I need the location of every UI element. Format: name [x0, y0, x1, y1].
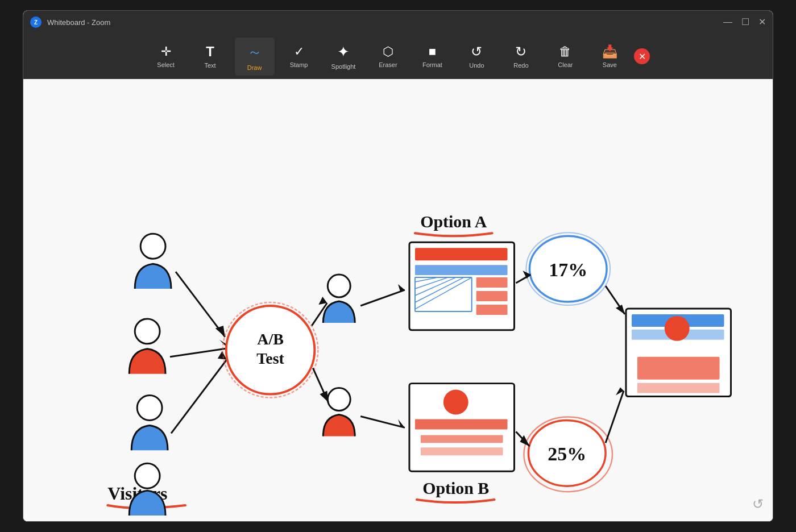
format-icon: ■ — [429, 44, 436, 59]
clear-label: Clear — [558, 61, 573, 68]
redo-icon: ↻ — [515, 44, 526, 60]
svg-rect-42 — [421, 447, 503, 455]
zoom-logo: Z — [30, 16, 42, 28]
svg-line-7 — [170, 348, 228, 357]
tool-text[interactable]: T Text — [190, 39, 230, 73]
tool-eraser[interactable]: ⬡ Eraser — [368, 40, 408, 73]
svg-point-15 — [327, 275, 350, 297]
tool-stamp[interactable]: ✓ Stamp — [279, 40, 319, 73]
stamp-icon: ✓ — [294, 44, 304, 59]
svg-rect-36 — [476, 305, 508, 315]
tool-redo[interactable]: ↻ Redo — [501, 39, 541, 73]
tool-save[interactable]: 📥 Save — [590, 40, 629, 73]
svg-text:17%: 17% — [549, 259, 587, 280]
refresh-button[interactable]: ↺ — [752, 496, 764, 512]
text-label: Text — [205, 62, 216, 69]
close-button[interactable]: ✕ — [758, 18, 766, 27]
close-whiteboard-button[interactable]: ✕ — [634, 48, 650, 64]
svg-point-61 — [665, 316, 690, 341]
tool-spotlight[interactable]: ✦ Spotlight — [324, 39, 364, 74]
select-icon: ✛ — [161, 44, 171, 59]
svg-text:A/B: A/B — [257, 330, 284, 348]
window-title: Whiteboard - Zoom — [47, 18, 110, 27]
svg-point-2 — [135, 319, 160, 344]
svg-text:Test: Test — [256, 350, 284, 367]
app-window: Z Whiteboard - Zoom — ☐ ✕ ✛ Select T Tex… — [23, 10, 773, 522]
window-controls: — ☐ ✕ — [723, 18, 766, 27]
draw-label: Draw — [247, 64, 262, 71]
save-icon: 📥 — [602, 44, 617, 59]
svg-rect-26 — [415, 248, 508, 260]
whiteboard-canvas[interactable]: Visitors — [23, 79, 773, 521]
refresh-icon: ↺ — [752, 496, 764, 512]
svg-rect-35 — [476, 291, 508, 301]
svg-point-3 — [137, 396, 162, 421]
svg-line-21 — [360, 290, 405, 306]
svg-rect-40 — [415, 419, 508, 429]
svg-marker-53 — [616, 305, 625, 314]
svg-point-4 — [135, 463, 160, 488]
svg-line-5 — [176, 272, 225, 337]
svg-text:Option B: Option B — [422, 479, 489, 497]
spotlight-label: Spotlight — [331, 63, 356, 70]
tool-undo[interactable]: ↺ Undo — [457, 39, 496, 73]
select-label: Select — [157, 61, 175, 68]
svg-line-23 — [360, 416, 405, 427]
redo-label: Redo — [513, 62, 528, 69]
svg-point-16 — [327, 388, 350, 411]
svg-marker-20 — [320, 391, 328, 402]
spotlight-icon: ✦ — [337, 43, 350, 61]
tool-draw[interactable]: ～ Draw — [235, 38, 275, 76]
svg-point-1 — [140, 234, 165, 259]
svg-rect-62 — [637, 357, 720, 380]
tool-select[interactable]: ✛ Select — [146, 40, 186, 73]
svg-point-39 — [443, 390, 469, 415]
eraser-icon: ⬡ — [383, 44, 393, 59]
svg-rect-27 — [415, 265, 508, 275]
svg-line-56 — [606, 391, 624, 443]
svg-rect-63 — [637, 383, 720, 393]
svg-text:Option A: Option A — [420, 212, 487, 231]
clear-icon: 🗑 — [559, 44, 571, 59]
eraser-label: Eraser — [379, 61, 397, 68]
tool-format[interactable]: ■ Format — [412, 40, 452, 73]
svg-text:25%: 25% — [548, 443, 586, 464]
titlebar: Z Whiteboard - Zoom — ☐ ✕ — [23, 11, 773, 34]
svg-rect-41 — [421, 435, 503, 443]
format-label: Format — [422, 61, 442, 68]
stamp-label: Stamp — [290, 61, 308, 68]
undo-label: Undo — [469, 62, 484, 69]
tool-clear[interactable]: 🗑 Clear — [545, 40, 585, 73]
draw-icon: ～ — [247, 42, 262, 62]
text-icon: T — [206, 44, 214, 60]
whiteboard-svg: Visitors — [23, 79, 773, 521]
undo-icon: ↺ — [471, 44, 482, 60]
minimize-button[interactable]: — — [723, 18, 732, 27]
toolbar: ✛ Select T Text ～ Draw ✓ Stamp ✦ Spotlig… — [23, 34, 773, 79]
save-label: Save — [603, 61, 617, 68]
close-whiteboard-icon: ✕ — [639, 51, 646, 62]
svg-line-9 — [171, 360, 227, 434]
svg-rect-34 — [476, 277, 508, 288]
maximize-button[interactable]: ☐ — [741, 18, 749, 27]
